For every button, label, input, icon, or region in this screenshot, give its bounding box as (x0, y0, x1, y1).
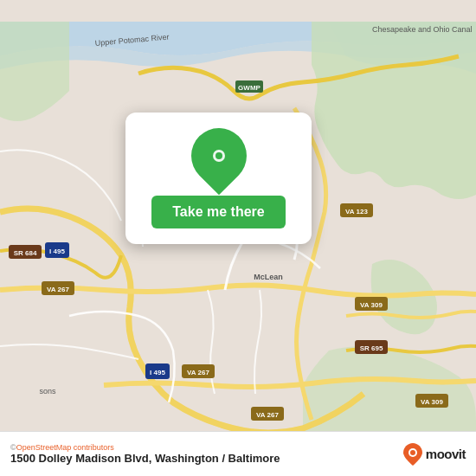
bottom-bar: © OpenStreetMap contributors 1500 Dolley… (0, 431, 476, 476)
location-pin-icon (179, 117, 258, 196)
svg-text:VA 309: VA 309 (360, 301, 383, 309)
moovit-text: moovit (426, 447, 466, 461)
svg-text:McLean: McLean (254, 273, 283, 281)
svg-point-30 (410, 450, 415, 455)
bottom-address: 1500 Dolley Madison Blvd, Washington / B… (10, 452, 280, 465)
svg-text:VA 123: VA 123 (345, 208, 368, 215)
moovit-pin-icon (403, 443, 422, 466)
svg-text:VA 267: VA 267 (256, 411, 279, 419)
take-me-there-button[interactable]: Take me there (151, 196, 285, 228)
popup-card: Take me there (125, 113, 312, 244)
svg-text:VA 267: VA 267 (47, 286, 69, 293)
bottom-left-section: © OpenStreetMap contributors 1500 Dolley… (10, 443, 395, 465)
moovit-logo: moovit (403, 443, 466, 466)
svg-text:VA 267: VA 267 (187, 369, 209, 376)
svg-text:I 495: I 495 (49, 248, 65, 255)
svg-text:SR 684: SR 684 (14, 249, 37, 257)
svg-text:I 495: I 495 (150, 369, 165, 376)
svg-text:GWMP: GWMP (238, 84, 261, 92)
map-container: Upper Potomac River GWMP I 495 I 495 VA … (0, 0, 476, 476)
svg-text:SR 695: SR 695 (360, 344, 383, 352)
osm-prefix: © (10, 443, 16, 452)
svg-text:VA 309: VA 309 (421, 398, 443, 406)
svg-text:sons: sons (39, 387, 56, 396)
svg-text:Chesapeake and Ohio Canal: Chesapeake and Ohio Canal (372, 25, 473, 34)
osm-link[interactable]: OpenStreetMap contributors (16, 443, 114, 452)
osm-credit: © OpenStreetMap contributors (10, 443, 280, 452)
